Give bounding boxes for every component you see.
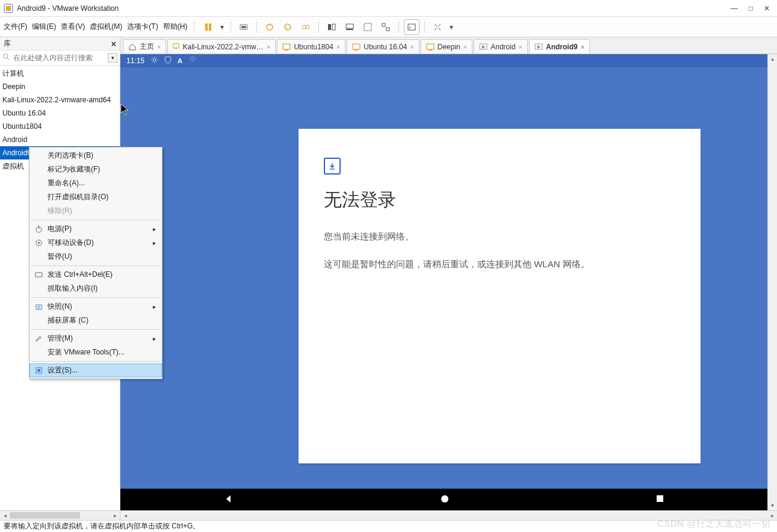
window-controls: — □ ✕ [731, 4, 773, 13]
context-menu: 关闭选项卡(B) 标记为收藏项(F) 重命名(A)... 打开虚拟机目录(O) … [29, 147, 163, 379]
tab-deepin[interactable]: Deepin × [421, 39, 472, 54]
android-status-bar: 11:15 A [120, 54, 767, 67]
tab-home[interactable]: 主页 × [123, 39, 166, 54]
wrench-icon [34, 334, 43, 344]
ctx-capture[interactable]: 捕获屏幕 (C) [29, 314, 162, 327]
vm-item-deepin[interactable]: Deepin [0, 80, 120, 93]
snapshot-take-icon[interactable] [262, 20, 277, 34]
vm-item-ubuntu1604[interactable]: Ubuntu 16.04 [0, 107, 120, 120]
vm-root[interactable]: 计算机 [0, 67, 120, 80]
tab-kali[interactable]: Kali-Linux-2022.2-vmware-am... × [167, 39, 276, 54]
console-icon[interactable] [404, 20, 419, 34]
tab-close-icon[interactable]: × [463, 43, 467, 51]
svg-point-33 [441, 495, 448, 503]
tab-android9[interactable]: Android9 × [529, 39, 590, 54]
nav-home-icon[interactable] [440, 494, 450, 506]
login-error-card: 无法登录 您当前未连接到网络。 这可能是暂时性的问题，请稍后重试，或连接到其他 … [299, 129, 701, 463]
svg-rect-24 [353, 44, 360, 49]
view-unity-icon[interactable] [379, 20, 393, 34]
settings-icon [34, 366, 43, 376]
library-hscrollbar[interactable]: ◂▸ [0, 510, 120, 520]
status-time: 11:15 [126, 57, 144, 65]
menu-edit[interactable]: 编辑(E) [32, 22, 56, 32]
ctx-rename[interactable]: 重命名(A)... [29, 176, 162, 190]
vm-icon [426, 43, 435, 51]
tab-close-icon[interactable]: × [157, 43, 161, 51]
tab-close-icon[interactable]: × [410, 43, 413, 51]
ctx-favorite[interactable]: 标记为收藏项(F) [29, 162, 162, 176]
library-header: 库 × [0, 37, 120, 51]
ctx-open-dir[interactable]: 打开虚拟机目录(O) [29, 190, 162, 204]
svg-rect-43 [37, 369, 40, 372]
vm-icon [352, 43, 361, 51]
svg-rect-1 [6, 6, 11, 11]
maximize-button[interactable]: □ [749, 4, 753, 13]
vm-item-kali[interactable]: Kali-Linux-2022.2-vmware-amd64 [0, 93, 120, 107]
pause-button[interactable] [201, 20, 215, 34]
tab-ubuntu1804[interactable]: Ubuntu1804 × [277, 39, 345, 54]
vm-item-ubuntu1804[interactable]: Ubuntu1804 [0, 120, 120, 133]
menu-tabs[interactable]: 选项卡(T) [127, 22, 158, 32]
stretch-dropdown-icon[interactable]: ▾ [448, 23, 454, 31]
close-button[interactable]: ✕ [764, 4, 770, 13]
nav-back-icon[interactable] [223, 493, 234, 506]
snapshot-revert-icon[interactable] [280, 20, 295, 34]
tab-close-icon[interactable]: × [267, 43, 270, 51]
menu-file[interactable]: 文件(F) [4, 22, 27, 32]
app-icon [4, 4, 13, 13]
svg-rect-10 [328, 24, 331, 30]
tab-label: Ubuntu 16.04 [364, 43, 407, 51]
search-dropdown-icon[interactable]: ▾ [108, 53, 117, 63]
ctx-grab[interactable]: 抓取输入内容(I) [29, 282, 162, 295]
card-line2: 这可能是暂时性的问题，请稍后重试，或连接到其他 WLAN 网络。 [324, 257, 675, 271]
android-navbar [120, 489, 767, 510]
snapshot-manager-icon[interactable] [299, 20, 313, 34]
ctx-removable[interactable]: 可移动设备(D)▸ [29, 236, 162, 250]
menu-vm[interactable]: 虚拟机(M) [90, 22, 122, 32]
svg-point-32 [153, 58, 156, 61]
ctx-manage[interactable]: 管理(M)▸ [29, 332, 162, 345]
ctx-power[interactable]: 电源(P)▸ [29, 222, 162, 236]
tab-close-icon[interactable]: × [519, 43, 522, 51]
card-title: 无法登录 [324, 188, 675, 212]
search-icon [2, 53, 11, 63]
wifi-icon [188, 57, 197, 66]
content-vscrollbar[interactable]: ▴▾ [767, 54, 777, 510]
stretch-icon[interactable] [430, 20, 445, 34]
library-search-input[interactable] [13, 54, 105, 62]
view-console-icon[interactable] [324, 20, 339, 34]
tab-close-icon[interactable]: × [581, 43, 584, 51]
svg-rect-3 [209, 23, 211, 31]
nav-recent-icon[interactable] [655, 494, 664, 505]
power-icon [34, 224, 43, 234]
view-thumbnail-icon[interactable] [342, 20, 357, 34]
window-title: Android9 - VMware Workstation [17, 4, 119, 13]
status-text: 要将输入定向到该虚拟机，请在虚拟机内部单击或按 Ctrl+G。 [4, 521, 200, 531]
svg-rect-34 [657, 495, 663, 502]
svg-rect-17 [408, 24, 415, 30]
vm-item-android[interactable]: Android [0, 133, 120, 146]
home-icon [128, 43, 137, 51]
svg-rect-11 [332, 24, 335, 30]
power-dropdown-icon[interactable]: ▾ [219, 23, 225, 31]
svg-rect-23 [285, 50, 288, 51]
vm-display[interactable]: 11:15 A 无法登录 您当前未连接到网络。 这可能是暂时性的问题，请稍后重试… [120, 54, 777, 520]
svg-rect-25 [354, 50, 358, 51]
gear-icon [150, 56, 158, 66]
tab-ubuntu1604[interactable]: Ubuntu 16.04 × [347, 39, 419, 54]
minimize-button[interactable]: — [731, 4, 738, 13]
ctx-close-tab[interactable]: 关闭选项卡(B) [29, 149, 162, 162]
menu-help[interactable]: 帮助(H) [163, 22, 188, 32]
ctx-settings[interactable]: 设置(S)... [29, 363, 162, 377]
tab-android[interactable]: Android × [474, 39, 528, 54]
tab-close-icon[interactable]: × [336, 43, 340, 51]
library-close-icon[interactable]: × [111, 39, 116, 49]
view-fullscreen-icon[interactable] [361, 20, 375, 34]
ctx-send-cad[interactable]: 发送 Ctrl+Alt+Del(E) [29, 268, 162, 282]
title-bar: Android9 - VMware Workstation — □ ✕ [0, 0, 777, 17]
ctx-install-tools[interactable]: 安装 VMware Tools(T)... [29, 345, 162, 359]
menu-view[interactable]: 查看(V) [61, 22, 85, 32]
ctx-snapshot[interactable]: 快照(N)▸ [29, 300, 162, 314]
ctx-pause[interactable]: 暂停(U) [29, 250, 162, 264]
send-cad-icon[interactable] [237, 20, 251, 34]
